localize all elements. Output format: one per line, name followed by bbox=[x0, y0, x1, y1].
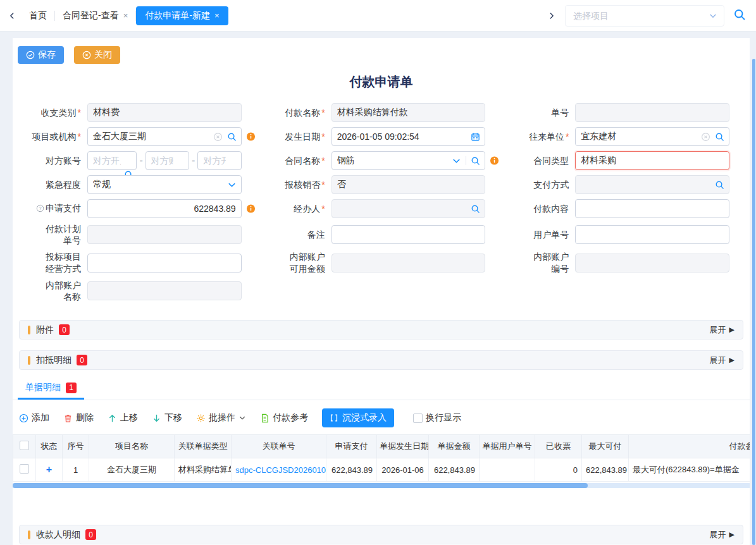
wrap-display-toggle[interactable]: 换行显示 bbox=[413, 412, 461, 424]
field-contract-name: 合同名称* bbox=[263, 151, 486, 170]
tab-close-icon[interactable]: × bbox=[123, 11, 128, 20]
apply-amount-input[interactable] bbox=[87, 199, 242, 218]
expand-toggle[interactable]: 展开 ▶ bbox=[710, 355, 734, 366]
dash-separator: - bbox=[192, 155, 195, 166]
chevron-down-icon[interactable] bbox=[227, 180, 237, 190]
category-input bbox=[87, 103, 242, 122]
col-pay-ref: 付款参考 bbox=[629, 435, 750, 458]
col-doc-no: 关联单号 bbox=[232, 435, 326, 458]
expand-toggle[interactable]: 展开 ▶ bbox=[710, 324, 734, 336]
top-gap bbox=[0, 32, 756, 38]
user-no-input[interactable] bbox=[575, 225, 729, 244]
section-deduction[interactable]: 扣抵明细 0 展开 ▶ bbox=[19, 350, 743, 370]
opposite-bank-input[interactable] bbox=[87, 151, 137, 170]
tab-payment-request-new[interactable]: 付款申请单-新建 × bbox=[136, 6, 228, 25]
section-title: 收款人明细 bbox=[36, 529, 80, 541]
x-circle-icon bbox=[82, 51, 91, 59]
opposite-holder-input[interactable] bbox=[197, 151, 241, 170]
field-opposite-account: 对方账号 - - bbox=[19, 151, 242, 170]
col-date: 单据发生日期 bbox=[377, 435, 429, 458]
tab-contract-view[interactable]: 合同登记-查看 × bbox=[55, 10, 135, 21]
immersive-entry-button[interactable]: 沉浸式录入 bbox=[322, 408, 394, 427]
search-icon[interactable] bbox=[227, 132, 237, 142]
field-label: 内部账户 名称 bbox=[46, 280, 81, 302]
bid-mode-input[interactable] bbox=[87, 254, 242, 272]
move-up-button[interactable]: 上移 bbox=[108, 412, 138, 424]
delete-row-button[interactable]: 删除 bbox=[63, 412, 94, 424]
vertical-scrollbar[interactable] bbox=[752, 59, 755, 545]
tab-close-icon[interactable]: × bbox=[214, 11, 220, 20]
row-add-icon[interactable]: + bbox=[46, 464, 52, 475]
detail-toolbar: 添加 删除 上移 下移 批操作 付款参考 沉浸式录入 换行显示 bbox=[13, 400, 750, 434]
expand-toggle[interactable]: 展开 ▶ bbox=[710, 529, 734, 541]
info-icon[interactable] bbox=[246, 132, 256, 142]
search-icon[interactable] bbox=[715, 132, 724, 142]
chevron-down-icon[interactable] bbox=[452, 156, 461, 166]
project-select-input[interactable] bbox=[572, 10, 709, 21]
field-label: 内部账户 编号 bbox=[533, 252, 569, 273]
col-max-payable: 最大可付 bbox=[582, 435, 629, 458]
horizontal-scrollbar[interactable] bbox=[13, 483, 750, 488]
tabs-forward-icon[interactable] bbox=[547, 11, 556, 20]
pay-name-input bbox=[332, 103, 486, 122]
header-select-all[interactable] bbox=[13, 435, 36, 458]
contract-type-input[interactable] bbox=[575, 151, 729, 170]
project-select[interactable] bbox=[565, 5, 724, 27]
internal-name-input bbox=[87, 281, 242, 300]
field-urgency: 紧急程度 bbox=[19, 175, 242, 194]
section-attachments[interactable]: 附件 0 展开 ▶ bbox=[19, 320, 743, 340]
scrollbar-thumb[interactable] bbox=[13, 483, 588, 488]
scrollbar-thumb[interactable] bbox=[752, 59, 755, 545]
dash-separator: - bbox=[139, 155, 142, 166]
pay-content-input[interactable] bbox=[575, 199, 729, 218]
batch-ops-dropdown[interactable]: 批操作 bbox=[196, 412, 246, 424]
payment-request-panel: 保存 关闭 付款申请单 收支类别* 付款名称* 单号 项目或机构* bbox=[13, 38, 750, 545]
occur-date-input[interactable] bbox=[332, 127, 486, 146]
doc-no-link[interactable]: sdpc-CLCGJSD2026010 bbox=[232, 458, 326, 482]
search-icon[interactable] bbox=[715, 180, 724, 190]
arrow-down-icon bbox=[152, 413, 161, 423]
tab-doc-detail[interactable]: 单据明细 1 bbox=[18, 379, 84, 400]
tab-home[interactable]: 首页 bbox=[22, 10, 54, 21]
field-internal-no: 内部账户 编号 bbox=[507, 251, 729, 274]
clear-icon[interactable] bbox=[213, 132, 223, 142]
save-button[interactable]: 保存 bbox=[18, 46, 64, 64]
field-label: 单号 bbox=[551, 107, 569, 118]
urgency-select[interactable] bbox=[87, 175, 242, 194]
tabs-back-icon[interactable] bbox=[8, 11, 16, 20]
detail-tab-strip: 单据明细 1 bbox=[13, 379, 750, 400]
detail-table-wrap: 状态 序号 项目名称 关联单据类型 关联单号 申请支付 单据发生日期 单据金额 … bbox=[13, 434, 750, 482]
field-pay-content: 付款内容 bbox=[507, 199, 729, 218]
field-label: 投标项目 经营方式 bbox=[46, 252, 81, 273]
internal-no-input bbox=[575, 254, 729, 272]
pay-reference-button[interactable]: 付款参考 bbox=[260, 412, 308, 424]
caret-right-icon: ▶ bbox=[729, 356, 734, 364]
clear-icon[interactable] bbox=[701, 132, 710, 142]
row-select[interactable] bbox=[13, 458, 36, 482]
col-user-no: 单据用户单号 bbox=[480, 435, 535, 458]
checkbox[interactable] bbox=[20, 464, 29, 474]
count-badge: 0 bbox=[85, 529, 96, 540]
checkbox[interactable] bbox=[413, 413, 423, 423]
section-pill-icon bbox=[28, 326, 30, 334]
info-icon[interactable] bbox=[490, 156, 499, 166]
chevron-down-icon[interactable] bbox=[709, 11, 717, 20]
opposite-account-input[interactable] bbox=[146, 151, 189, 170]
field-label: 发生日期 bbox=[285, 132, 320, 142]
field-label: 备注 bbox=[307, 230, 325, 240]
section-payee[interactable]: 收款人明细 0 展开 ▶ bbox=[19, 525, 743, 544]
field-internal-name: 内部账户 名称 bbox=[19, 279, 242, 302]
search-icon[interactable] bbox=[471, 204, 480, 214]
close-button[interactable]: 关闭 bbox=[74, 46, 120, 64]
field-occur-date: 发生日期* bbox=[263, 127, 486, 146]
field-label: 紧急程度 bbox=[46, 180, 81, 190]
calendar-icon[interactable] bbox=[471, 132, 480, 142]
info-icon[interactable] bbox=[246, 204, 256, 214]
checkbox[interactable] bbox=[20, 441, 29, 450]
global-search-icon[interactable] bbox=[733, 8, 746, 23]
remark-input[interactable] bbox=[332, 225, 486, 244]
question-circle-icon[interactable] bbox=[36, 204, 44, 214]
add-row-button[interactable]: 添加 bbox=[19, 412, 49, 424]
move-down-button[interactable]: 下移 bbox=[152, 412, 182, 424]
search-icon[interactable] bbox=[471, 156, 480, 166]
